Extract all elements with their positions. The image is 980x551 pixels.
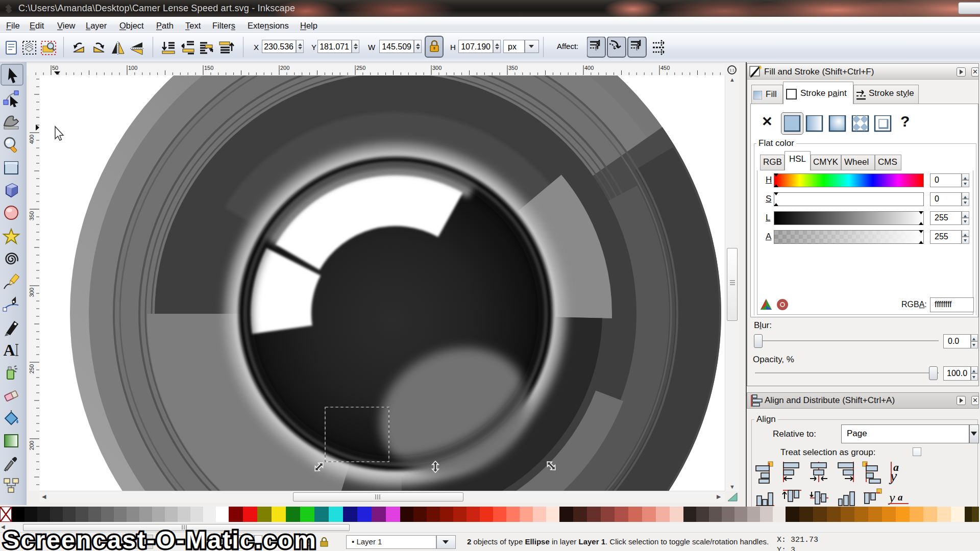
svg-text:350: 350 bbox=[29, 211, 35, 220]
svg-text:400: 400 bbox=[29, 135, 35, 144]
svg-text:300: 300 bbox=[432, 65, 442, 71]
svg-text:A: A bbox=[3, 341, 15, 359]
svg-text:200: 200 bbox=[280, 65, 289, 71]
svg-text:1:1: 1:1 bbox=[729, 68, 734, 72]
svg-text:400: 400 bbox=[584, 65, 594, 71]
svg-text:300: 300 bbox=[29, 288, 35, 297]
svg-text:450: 450 bbox=[660, 65, 670, 71]
svg-text:200: 200 bbox=[29, 441, 35, 450]
svg-text:150: 150 bbox=[204, 65, 213, 71]
svg-text:100: 100 bbox=[128, 65, 137, 71]
svg-text:y: y bbox=[888, 490, 895, 505]
svg-text:a: a bbox=[898, 492, 903, 503]
svg-text:250: 250 bbox=[29, 364, 35, 373]
svg-text:y: y bbox=[889, 467, 897, 484]
svg-text:50: 50 bbox=[52, 65, 58, 71]
svg-text:350: 350 bbox=[508, 65, 518, 71]
svg-text:250: 250 bbox=[356, 65, 365, 71]
